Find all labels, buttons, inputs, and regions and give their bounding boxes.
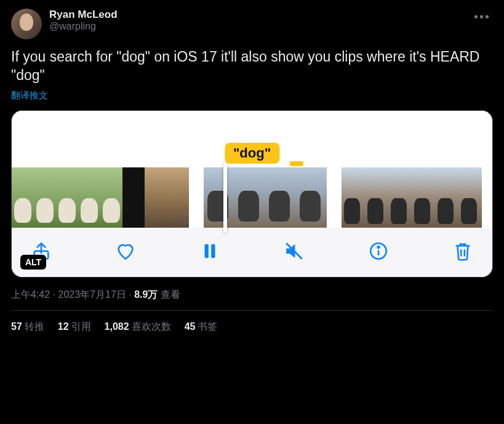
svg-rect-1 — [205, 244, 209, 258]
clip-group-3[interactable] — [342, 167, 482, 228]
pause-icon — [199, 241, 220, 262]
timeline-frame — [234, 167, 265, 228]
pause-button[interactable] — [198, 239, 222, 263]
stat-likes[interactable]: 1,082喜欢次数 — [105, 321, 171, 334]
timeline-frame — [56, 167, 78, 228]
media-top-area: "dog" — [12, 111, 492, 167]
timeline-frame — [34, 167, 56, 228]
stat-bookmarks[interactable]: 45书签 — [185, 321, 218, 334]
timeline-frame — [365, 167, 388, 228]
mute-button[interactable] — [282, 239, 306, 263]
timeline-frame — [204, 167, 234, 228]
audio-marker — [290, 161, 303, 166]
timeline-frame — [342, 167, 365, 228]
timeline-frame — [458, 167, 482, 228]
timeline-frame — [412, 167, 435, 228]
stat-quotes[interactable]: 12引用 — [58, 321, 91, 334]
heart-icon — [115, 241, 136, 262]
timeline-frame — [145, 167, 167, 228]
timeline-frame — [122, 167, 145, 228]
mute-icon — [284, 241, 305, 262]
media-card[interactable]: "dog" — [11, 110, 493, 278]
author-block[interactable]: Ryan McLeod @warpling — [49, 9, 464, 32]
clip-group-active[interactable] — [204, 167, 327, 228]
display-name: Ryan McLeod — [49, 9, 464, 21]
trash-icon — [452, 241, 473, 262]
trash-button[interactable] — [450, 239, 475, 263]
timeline-frame — [100, 167, 122, 228]
views-count: 8.9万 — [134, 289, 158, 300]
info-icon — [368, 241, 389, 262]
timeline-frame — [388, 167, 412, 228]
tweet-time[interactable]: 上午4:42 — [11, 289, 50, 300]
timeline-frame — [296, 167, 327, 228]
timeline-frame — [265, 167, 296, 228]
tweet-stats: 57转推 12引用 1,082喜欢次数 45书签 — [11, 311, 493, 334]
tweet-header: Ryan McLeod @warpling ••• — [11, 9, 493, 39]
clip-group-1[interactable] — [12, 167, 189, 228]
info-button[interactable] — [366, 239, 391, 263]
timeline-frame — [435, 167, 458, 228]
tweet-container: Ryan McLeod @warpling ••• If you search … — [0, 0, 504, 341]
stat-retweets[interactable]: 57转推 — [11, 321, 44, 334]
caption-keyword-badge: "dog" — [225, 143, 279, 164]
tweet-meta: 上午4:42 · 2023年7月17日 · 8.9万 查看 — [11, 289, 493, 311]
timeline-frame — [78, 167, 100, 228]
timeline-frame — [167, 167, 189, 228]
avatar[interactable] — [11, 9, 42, 39]
video-timeline[interactable] — [12, 167, 492, 228]
handle: @warpling — [49, 21, 464, 32]
svg-point-6 — [378, 246, 380, 248]
tweet-text: If you search for "dog" on iOS 17 it'll … — [11, 48, 493, 85]
svg-rect-2 — [211, 244, 215, 258]
timeline-frame — [12, 167, 34, 228]
heart-button[interactable] — [113, 239, 138, 263]
views-label: 查看 — [158, 289, 180, 300]
more-button[interactable]: ••• — [471, 9, 493, 25]
translate-link[interactable]: 翻译推文 — [11, 90, 48, 102]
playhead[interactable] — [223, 162, 227, 233]
media-toolbar — [12, 228, 492, 277]
alt-badge[interactable]: ALT — [20, 255, 46, 270]
tweet-date[interactable]: 2023年7月17日 — [58, 289, 126, 300]
